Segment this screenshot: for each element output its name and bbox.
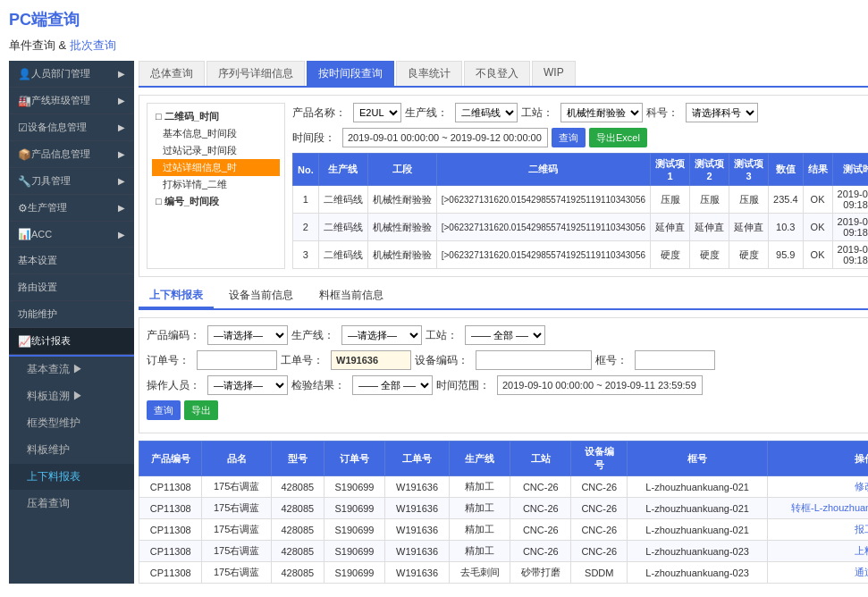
check-result-label: 检验结果：: [291, 378, 345, 393]
sidebar-sub-up-down[interactable]: 上下料报表: [9, 464, 134, 491]
product-select[interactable]: E2UL: [353, 103, 401, 122]
bottom-tab-up-down[interactable]: 上下料报表: [139, 284, 214, 308]
check-result-select[interactable]: —— 全部 ——: [352, 375, 433, 395]
work-order-label: 工单号：: [281, 353, 324, 368]
sidebar-item-production-line[interactable]: 🏭 产线班级管理 ▶: [9, 88, 134, 114]
workstation-select[interactable]: 机械性耐验验: [560, 103, 643, 122]
sidebar-sub-press[interactable]: 压着查询: [9, 491, 134, 517]
time-range-input[interactable]: [497, 375, 703, 395]
table-row: 1 二维码线 机械性耐验验 [>062327131620.01542985574…: [293, 186, 869, 214]
page-wrapper: PC端查询 单件查询 & 批次查询 👤 人员部门管理 ▶ 🏭 产线班级管理 ▶ …: [0, 0, 868, 597]
personnel-icon: 👤: [18, 68, 31, 80]
sidebar-sub-basic-flow[interactable]: 基本查流 ▶: [9, 357, 134, 383]
page-subtitle: 单件查询 & 批次查询: [9, 38, 859, 54]
tree-item-2[interactable]: 基本信息_时间段: [152, 125, 280, 142]
device-icon: ☑: [18, 122, 28, 134]
tab-not-logged[interactable]: 不良登入: [464, 61, 530, 86]
sidebar-item-device-info[interactable]: ☑ 设备信息管理 ▶: [9, 114, 134, 141]
sidebar-item-routing[interactable]: 路由设置: [9, 274, 134, 301]
device-code-label: 设备编码：: [415, 353, 468, 368]
order-label: 订单号：: [147, 353, 190, 368]
category-label: 科号：: [646, 105, 678, 121]
page-title: PC端查询: [9, 9, 859, 30]
acc-icon: 📊: [18, 228, 31, 240]
order-input[interactable]: [197, 350, 277, 370]
tree-item-4[interactable]: 过站详细信息_时: [152, 159, 280, 176]
tab-sequence[interactable]: 序列号详细信息: [206, 61, 305, 86]
sidebar-item-function[interactable]: 功能维护: [9, 301, 134, 328]
top-data-table: No. 生产线 工段 二维码 测试项1 测试项2 测试项3 数值 结果: [292, 153, 868, 269]
bottom-form-buttons: 查询 导出: [147, 400, 868, 420]
bottom-form-row1: 产品编码： —请选择— 生产线： —请选择— 工站： —— 全部 ——: [147, 325, 868, 345]
bottom-table-row: CP11308 175右调蓝 428085 S190699 W191636 去毛…: [139, 562, 869, 584]
bth-model: 型号: [271, 441, 324, 476]
sidebar-item-basic-settings[interactable]: 基本设置: [9, 248, 134, 274]
bottom-tabs: 上下料报表 设备当前信息 料框当前信息: [139, 284, 868, 310]
product-code-select[interactable]: —请选择—: [207, 325, 288, 345]
action-link-5[interactable]: 通过: [855, 567, 868, 577]
bottom-export-button[interactable]: 导出: [184, 400, 218, 420]
query-button[interactable]: 查询: [552, 128, 586, 147]
bth-device: 设备编号: [571, 441, 628, 476]
time-label: 时间段：: [292, 130, 335, 146]
operator-select[interactable]: —请选择—: [207, 375, 288, 395]
bottom-tab-device[interactable]: 设备当前信息: [218, 284, 304, 308]
sidebar-item-stats[interactable]: 📈 统计报表: [9, 328, 134, 355]
bottom-query-button[interactable]: 查询: [147, 400, 181, 420]
bottom-production-line-select[interactable]: —请选择—: [341, 325, 422, 345]
category-select[interactable]: 请选择科号: [686, 103, 758, 122]
sidebar: 👤 人员部门管理 ▶ 🏭 产线班级管理 ▶ ☑ 设备信息管理 ▶ 📦 产品信息管…: [9, 61, 134, 584]
time-input[interactable]: [342, 128, 548, 147]
tab-wip[interactable]: WIP: [532, 61, 576, 86]
table-row: 3 二维码线 机械性耐验验 [>062327131620.01542985574…: [293, 241, 869, 269]
tab-process-stats[interactable]: 良率统计: [396, 61, 462, 86]
action-link-3[interactable]: 报工: [855, 524, 868, 534]
device-code-input[interactable]: [476, 350, 592, 370]
sidebar-item-personnel[interactable]: 👤 人员部门管理 ▶: [9, 61, 134, 88]
tree-panel: □ 二维码_时间 基本信息_时间段 过站记录_时间段 过站详细信息_时 打标详情…: [147, 103, 285, 269]
arrow-icon7: ▶: [118, 230, 125, 240]
stats-icon: 📈: [18, 335, 31, 348]
sidebar-item-product-info[interactable]: 📦 产品信息管理 ▶: [9, 141, 134, 168]
work-order-input[interactable]: [331, 350, 411, 370]
bth-name: 品名: [202, 441, 271, 476]
bottom-workstation-label: 工站：: [426, 328, 458, 343]
action-link-2[interactable]: 转框-L-zhouzhuankuang-021转入: [791, 502, 868, 513]
tree-item-6[interactable]: □ 编号_时间段: [152, 193, 280, 210]
bottom-table-container: 产品编号 品名 型号 订单号 工单号 生产线 工站 设备编号 框号 操作: [139, 441, 868, 584]
bottom-production-line-label: 生产线：: [291, 328, 334, 343]
top-form-row1: 产品名称： E2UL 生产线： 二维码线 工站： 机械性耐验验: [292, 103, 868, 122]
sidebar-item-acc[interactable]: 📊 ACC ▶: [9, 222, 134, 248]
prod-icon: ⚙: [18, 202, 28, 214]
arrow-icon2: ▶: [118, 96, 125, 105]
bottom-form-row3: 操作人员： —请选择— 检验结果： —— 全部 —— 时间范围：: [147, 375, 868, 395]
product-code-label: 产品编码：: [147, 328, 200, 343]
content-area: 总体查询 序列号详细信息 按时间段查询 良率统计 不良登入 WIP □ 二维码_…: [134, 61, 868, 584]
subtitle-link[interactable]: 批次查询: [70, 38, 116, 52]
th-test-time: 测试时间: [832, 154, 868, 186]
arrow-icon6: ▶: [118, 203, 125, 213]
sidebar-sub-category[interactable]: 框类型维护: [9, 410, 134, 437]
th-test2: 测试项2: [690, 154, 729, 186]
product-label: 产品名称：: [292, 105, 346, 121]
top-form-row2: 时间段： 查询 导出Excel: [292, 128, 868, 147]
frame-input[interactable]: [635, 350, 715, 370]
bottom-table-row: CP11308 175右调蓝 428085 S190699 W191636 精加…: [139, 498, 869, 519]
sidebar-sub-material-maintain[interactable]: 料板维护: [9, 437, 134, 464]
tree-item-3[interactable]: 过站记录_时间段: [152, 142, 280, 159]
sidebar-sub-material-trace[interactable]: 料板追溯 ▶: [9, 383, 134, 410]
time-range-label: 时间范围：: [436, 378, 490, 393]
main-tabs: 总体查询 序列号详细信息 按时间段查询 良率统计 不良登入 WIP: [139, 61, 868, 88]
tree-item-1[interactable]: □ 二维码_时间: [152, 108, 280, 125]
tab-general[interactable]: 总体查询: [139, 61, 205, 86]
bottom-workstation-select[interactable]: —— 全部 ——: [465, 325, 545, 345]
sidebar-item-tool[interactable]: 🔧 刀具管理 ▶: [9, 168, 134, 195]
action-link-4[interactable]: 上料: [855, 545, 868, 556]
tab-realtime[interactable]: 按时间段查询: [307, 61, 394, 86]
action-link-1[interactable]: 修改: [855, 481, 868, 492]
production-line-select[interactable]: 二维码线: [455, 103, 518, 122]
export-button[interactable]: 导出Excel: [589, 128, 647, 147]
sidebar-item-production[interactable]: ⚙ 生产管理 ▶: [9, 195, 134, 222]
tree-item-5[interactable]: 打标详情_二维: [152, 176, 280, 193]
bottom-tab-material[interactable]: 料框当前信息: [308, 284, 394, 308]
